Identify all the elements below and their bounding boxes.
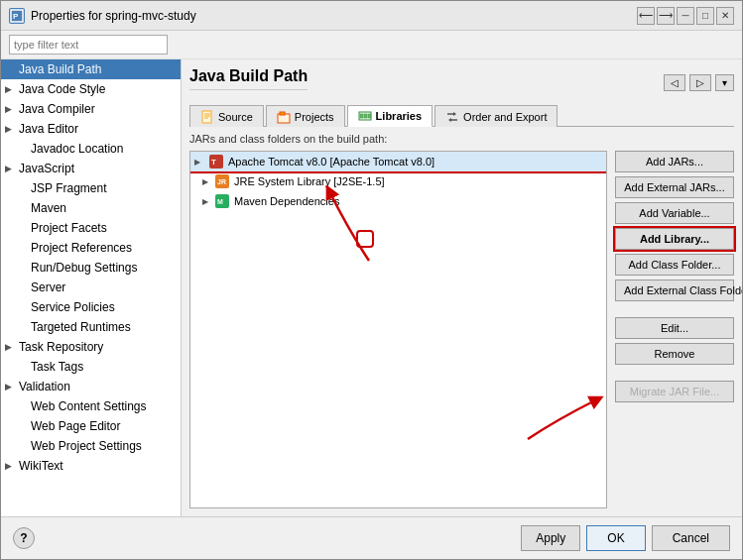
sidebar-item-javadoc-location[interactable]: Javadoc Location [1,139,181,159]
main-panel: Java Build Path ◁ ▷ ▾ Source Projects [182,59,742,516]
sidebar-item-java-code-style[interactable]: ▶ Java Code Style [1,79,181,99]
sidebar-item-label: JavaScript [19,162,74,175]
jar-item-maven[interactable]: ▶ M Maven Dependencies [190,191,606,211]
sidebar: Java Build Path ▶ Java Code Style ▶ Java… [1,59,182,516]
add-library-btn[interactable]: Add Library... [615,228,734,250]
minimize-btn[interactable]: ─ [677,7,694,25]
tab-source-label: Source [218,111,253,123]
tab-bar: Source Projects Libraries Order and Expo… [189,104,734,127]
sidebar-item-wikitext[interactable]: ▶ WikiText [1,456,181,476]
add-class-folder-btn[interactable]: Add Class Folder... [615,254,734,276]
dialog-title: Properties for spring-mvc-study [31,9,196,23]
remove-btn[interactable]: Remove [615,343,734,365]
jar-item-tomcat[interactable]: ▶ T Apache Tomcat v8.0 [Apache Tomcat v8… [190,152,606,171]
sidebar-item-label: Run/Debug Settings [31,261,137,275]
tab-libraries-label: Libraries [376,110,422,122]
sidebar-item-project-facets[interactable]: Project Facets [1,218,181,238]
expand-arrow: ▶ [5,461,15,471]
expand-arrow-maven: ▶ [202,197,208,206]
sidebar-item-project-references[interactable]: Project References [1,238,181,258]
svg-marker-13 [453,112,456,116]
build-path-panel: ▶ T Apache Tomcat v8.0 [Apache Tomcat v8… [189,151,734,508]
sidebar-item-jsp-fragment[interactable]: JSP Fragment [1,178,181,198]
edit-btn[interactable]: Edit... [615,317,734,339]
sidebar-item-label: Task Tags [31,360,83,374]
libraries-tab-icon [358,109,372,123]
sidebar-item-label: Web Content Settings [31,399,147,413]
sidebar-item-label: Maven [31,201,66,215]
add-variable-btn[interactable]: Add Variable... [615,202,734,224]
sidebar-item-web-project-settings[interactable]: Web Project Settings [1,436,181,456]
svg-text:P: P [13,12,19,21]
nav-forward-btn[interactable]: ⟶ [657,7,675,25]
tab-source[interactable]: Source [189,105,264,127]
svg-text:T: T [211,158,216,167]
svg-rect-11 [368,114,371,118]
add-external-jars-btn[interactable]: Add External JARs... [615,176,734,198]
description-text: JARs and class folders on the build path… [189,133,734,145]
sidebar-item-javascript[interactable]: ▶ JavaScript [1,159,181,178]
expand-arrow: ▶ [5,164,15,173]
jars-list[interactable]: ▶ T Apache Tomcat v8.0 [Apache Tomcat v8… [189,151,607,508]
sidebar-item-service-policies[interactable]: Service Policies [1,297,181,317]
svg-rect-2 [202,111,211,123]
sidebar-item-label: Web Page Editor [31,419,121,433]
dialog-icon: P [9,8,25,24]
add-external-class-folder-btn[interactable]: Add External Class Folder... [615,280,734,301]
filter-input[interactable] [9,35,168,55]
sidebar-item-targeted-runtimes[interactable]: Targeted Runtimes [1,317,181,337]
nav-down-btn[interactable]: ▾ [715,74,734,91]
properties-dialog: P Properties for spring-mvc-study ⟵ ⟶ ─ … [0,0,743,560]
sidebar-item-label: Server [31,280,65,294]
tomcat-icon: T [208,154,224,169]
tab-order-export[interactable]: Order and Export [434,105,557,127]
ok-btn[interactable]: OK [586,525,645,551]
tab-projects[interactable]: Projects [266,105,345,127]
nav-forward-btn2[interactable]: ▷ [689,74,711,91]
sidebar-item-label: Java Build Path [19,62,101,76]
sidebar-item-run-debug-settings[interactable]: Run/Debug Settings [1,258,181,278]
sidebar-item-java-build-path[interactable]: Java Build Path [1,59,181,79]
sidebar-item-label: JSP Fragment [31,181,106,195]
help-btn[interactable]: ? [13,527,35,549]
close-btn[interactable]: ✕ [716,7,734,25]
expand-arrow: ▶ [5,124,15,134]
apply-btn[interactable]: Apply [521,525,580,551]
sidebar-item-label: Project Facets [31,221,107,235]
svg-text:JR: JR [217,178,226,185]
page-title: Java Build Path [189,67,308,90]
sidebar-item-label: Javadoc Location [31,142,123,156]
expand-arrow: ▶ [5,342,15,352]
sidebar-item-maven[interactable]: Maven [1,198,181,218]
sidebar-item-server[interactable]: Server [1,278,181,297]
add-jars-btn[interactable]: Add JARs... [615,151,734,172]
bottom-bar: ? Apply OK Cancel [1,516,742,559]
nav-back-btn2[interactable]: ◁ [664,74,685,91]
sidebar-item-label: Service Policies [31,300,115,314]
svg-marker-15 [448,118,451,122]
maximize-btn[interactable]: □ [696,7,714,25]
expand-arrow: ▶ [5,104,15,114]
expand-arrow: ▶ [5,382,15,392]
sidebar-item-label: WikiText [19,459,63,473]
sidebar-item-task-tags[interactable]: Task Tags [1,357,181,377]
sidebar-item-web-page-editor[interactable]: Web Page Editor [1,416,181,436]
tab-libraries[interactable]: Libraries [347,105,433,127]
nav-back-btn[interactable]: ⟵ [637,7,655,25]
sidebar-item-label: Task Repository [19,340,103,354]
migrate-jar-btn[interactable]: Migrate JAR File... [615,381,734,402]
sidebar-item-label: Validation [19,380,70,393]
jar-item-jre[interactable]: ▶ JR JRE System Library [J2SE-1.5] [190,171,606,191]
sidebar-item-label: Web Project Settings [31,439,142,453]
sidebar-item-validation[interactable]: ▶ Validation [1,377,181,396]
svg-rect-23 [357,231,373,247]
tab-projects-label: Projects [295,111,334,123]
cancel-btn[interactable]: Cancel [652,525,730,551]
sidebar-item-label: Targeted Runtimes [31,320,131,334]
sidebar-item-web-content-settings[interactable]: Web Content Settings [1,396,181,416]
sidebar-item-task-repository[interactable]: ▶ Task Repository [1,337,181,357]
sidebar-item-java-editor[interactable]: ▶ Java Editor [1,119,181,139]
sidebar-item-java-compiler[interactable]: ▶ Java Compiler [1,99,181,119]
sidebar-item-label: Java Editor [19,122,78,136]
svg-rect-7 [280,112,285,115]
